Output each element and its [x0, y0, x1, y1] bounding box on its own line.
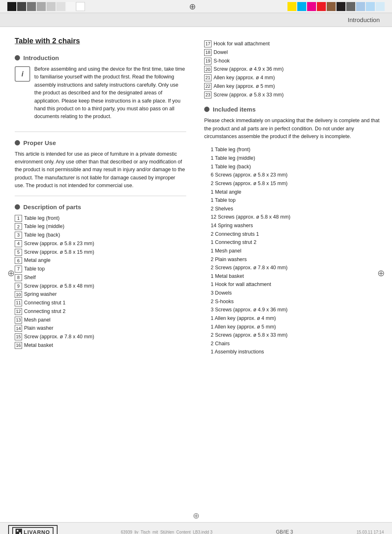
part-text: Shelf [24, 274, 36, 282]
top-crosshair: ⊕ [97, 2, 287, 11]
logo: LIVARNO [8, 525, 58, 534]
part-number: 5 [15, 249, 22, 256]
list-item: 1 Table leg (back) [204, 163, 380, 171]
list-item: 1 Allen key (approx. ø 4 mm) [204, 314, 380, 323]
part-text: Screw (approx. ø 5.8 x 15 mm) [24, 248, 94, 256]
intro-heading-text: Introduction [23, 54, 59, 61]
list-item: 2 Screws (approx. ø 5.8 x 15 mm) [204, 179, 380, 188]
list-item: 15Screw (approx. ø 7.8 x 40 mm) [15, 333, 186, 341]
list-item: 1 Allen key (approx. ø 5 mm) [204, 323, 380, 331]
included-items-intro: Please check immediately on unpacking th… [204, 117, 380, 141]
part-text: Screw (approx. ø 7.8 x 40 mm) [24, 333, 94, 341]
numbered-list-right: 17Hook for wall attachment18Dowel19S-hoo… [204, 40, 380, 98]
list-item: 1 Table leg (front) [204, 145, 380, 154]
left-color-blocks [7, 2, 85, 11]
list-item: 2 Screws (approx. ø 7.8 x 40 mm) [204, 264, 380, 272]
color-block-brown [327, 2, 336, 11]
list-item: 1 Assembly instructions [204, 348, 380, 356]
list-item: 1Table leg (front) [15, 214, 186, 222]
right-crosshair: ⊕ [377, 268, 385, 279]
left-column: Table with 2 chairs Introduction i Befor… [0, 27, 196, 509]
bottom-crosshair: ⊕ [193, 511, 200, 521]
item-number: 19 [204, 58, 212, 65]
color-block-magenta [307, 2, 316, 11]
color-block-3 [27, 2, 36, 11]
list-item: 5Screw (approx. ø 5.8 x 15 mm) [15, 248, 186, 256]
part-number: 16 [15, 342, 22, 349]
item-number: 21 [204, 74, 212, 81]
part-number: 1 [15, 215, 22, 222]
item-number: 17 [204, 40, 212, 47]
list-item: 3Table leg (back) [15, 231, 186, 239]
part-number: 4 [15, 240, 22, 247]
color-block-6 [56, 2, 65, 11]
included-items-heading: Included items [204, 106, 380, 113]
part-number: 3 [15, 232, 22, 239]
list-item: 11Connecting strut 1 [15, 299, 186, 307]
part-text: Plain washer [24, 324, 53, 332]
footer-page: GB/IE 3 [276, 529, 293, 534]
item-text: Hook for wall attachment [214, 40, 270, 48]
list-item: 2 Shelves [204, 205, 380, 213]
list-item: 3 Screws (approx. ø 4.9 x 36 mm) [204, 306, 380, 314]
list-item: 10Spring washer [15, 290, 186, 298]
part-text: Connecting strut 1 [24, 299, 65, 307]
item-text: Dowel [214, 49, 228, 56]
desc-parts-heading: Description of parts [15, 203, 186, 210]
part-text: Spring washer [24, 290, 57, 298]
list-item: 1 Hook for wall attachment [204, 280, 380, 289]
part-text: Mesh panel [24, 316, 51, 324]
item-number: 20 [204, 66, 212, 73]
list-item: 23Screw (approx. ø 5.8 x 33 mm) [204, 91, 380, 99]
item-text: Screw (approx. ø 5.8 x 33 mm) [214, 91, 284, 99]
proper-use-heading-text: Proper Use [23, 139, 56, 146]
info-icon: i [15, 66, 30, 82]
color-block-dark [336, 2, 345, 11]
part-number: 2 [15, 223, 22, 230]
right-column: 17Hook for wall attachment18Dowel19S-hoo… [196, 27, 392, 509]
list-item: 20Screw (approx. ø 4.9 x 36 mm) [204, 65, 380, 73]
color-block-paleblue [366, 2, 375, 11]
logo-svg [17, 530, 21, 534]
list-item: 2 Chairs [204, 340, 380, 348]
list-item: 2 Plain washers [204, 255, 380, 264]
list-item: 22Allen key (approx. ø 5 mm) [204, 83, 380, 90]
list-item: 4Screw (approx. ø 5.8 x 23 mm) [15, 240, 186, 248]
page-header-title: Introduction [348, 16, 380, 23]
list-item: 21Allen key (approx. ø 4 mm) [204, 74, 380, 82]
included-items-heading-text: Included items [213, 106, 256, 113]
list-item: 2 S-hooks [204, 297, 380, 306]
list-item: 16Metal basket [15, 342, 186, 349]
list-item: 2 Screws (approx. ø 5.8 x 33 mm) [204, 331, 380, 340]
color-block-1 [7, 2, 16, 11]
left-crosshair: ⊕ [7, 268, 15, 279]
introduction-heading: Introduction [15, 54, 186, 61]
color-block-2 [17, 2, 26, 11]
color-block-verylight [376, 2, 385, 11]
part-text: Table leg (middle) [24, 223, 65, 230]
separator-2 [15, 196, 186, 196]
list-item: 1 Metal angle [204, 188, 380, 197]
color-block-gray [346, 2, 355, 11]
color-block-8 [76, 2, 85, 11]
part-text: Connecting strut 2 [24, 308, 65, 315]
main-title: Table with 2 chairs [15, 37, 186, 45]
color-block-5 [47, 2, 56, 11]
list-item: 1 Table top [204, 196, 380, 205]
top-color-bar: ⊕ [0, 0, 392, 13]
part-number: 8 [15, 274, 22, 281]
bullet-proper-use [15, 140, 20, 145]
part-text: Screw (approx. ø 5.8 x 48 mm) [24, 282, 94, 290]
color-block-red [317, 2, 326, 11]
part-number: 13 [15, 317, 22, 324]
list-item: 1 Metal basket [204, 272, 380, 281]
intro-body: Before assembling and using the device f… [34, 65, 186, 121]
part-number: 6 [15, 257, 22, 264]
list-item: 19S-hook [204, 57, 380, 65]
list-item: 14Plain washer [15, 324, 186, 332]
desc-parts-heading-text: Description of parts [23, 203, 81, 210]
list-item: 1 Connecting strut 2 [204, 238, 380, 247]
item-text: Screw (approx. ø 4.9 x 36 mm) [214, 65, 284, 73]
part-number: 14 [15, 325, 22, 332]
bullet-intro [15, 55, 20, 60]
